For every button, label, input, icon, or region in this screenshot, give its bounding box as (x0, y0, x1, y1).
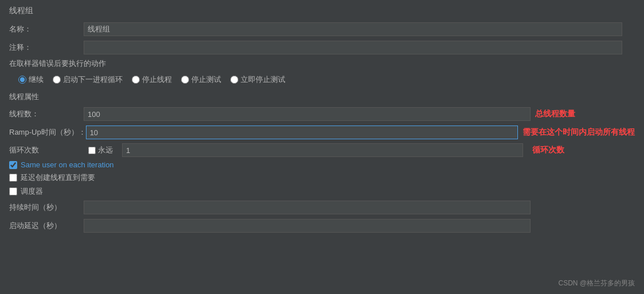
scheduler-row: 调度器 (9, 186, 635, 197)
rampup-annotation: 需要在这个时间内启动所有线程 (523, 127, 635, 138)
scheduler-label: 调度器 (21, 186, 43, 197)
same-user-row: Same user on each iteration (9, 160, 635, 169)
name-input[interactable] (84, 22, 622, 36)
panel-title: 线程组 (9, 6, 635, 16)
rampup-row: Ramp-Up时间（秒）： 需要在这个时间内启动所有线程 (9, 125, 635, 140)
radio-stop-now-input[interactable] (230, 76, 238, 84)
duration-label: 持续时间（秒） (9, 202, 84, 213)
loop-label: 循环次数 (9, 145, 84, 155)
radio-stop-test-input[interactable] (181, 76, 189, 84)
radio-stop-thread-label: 停止线程 (142, 75, 172, 85)
radio-stop-thread[interactable]: 停止线程 (132, 75, 172, 85)
action-label: 在取样器错误后要执行的动作 (9, 58, 635, 69)
scheduler-checkbox[interactable] (9, 187, 17, 195)
same-user-checkbox[interactable] (9, 161, 17, 169)
footer-brand: CSDN @格兰芬多的男孩 (558, 279, 635, 288)
rampup-input[interactable] (86, 126, 518, 139)
radio-options: 继续 启动下一进程循环 停止线程 停止测试 立即停止测试 (18, 75, 285, 85)
radio-next-loop-label: 启动下一进程循环 (63, 75, 123, 85)
duration-input[interactable] (84, 201, 531, 214)
radio-continue-label: 继续 (29, 75, 44, 85)
startup-delay-row: 启动延迟（秒） (9, 218, 635, 233)
startup-delay-label: 启动延迟（秒） (9, 221, 84, 231)
main-panel: 线程组 名称： 注释： 在取样器错误后要执行的动作 继续 启动下一进程循环 停止… (0, 0, 644, 242)
loop-count-row: 循环次数 永远 循环次数 (9, 143, 635, 157)
thread-count-label: 线程数： (9, 109, 84, 119)
radio-stop-now-label: 立即停止测试 (241, 75, 285, 85)
thread-count-annotation: 总线程数量 (535, 109, 575, 119)
startup-delay-input[interactable] (84, 219, 531, 233)
name-label: 名称： (9, 24, 84, 34)
name-row: 名称： (9, 22, 635, 37)
delay-create-label: 延迟创建线程直到需要 (21, 173, 95, 183)
comment-row: 注释： (9, 40, 635, 55)
radio-continue[interactable]: 继续 (18, 75, 44, 85)
rampup-label: Ramp-Up时间（秒）： (9, 127, 86, 138)
loop-count-input[interactable] (122, 143, 523, 157)
radio-next-loop-input[interactable] (53, 76, 61, 84)
radio-next-loop[interactable]: 启动下一进程循环 (53, 75, 123, 85)
thread-props-section: 线程属性 线程数： 总线程数量 Ramp-Up时间（秒）： 需要在这个时间内启动… (9, 92, 635, 233)
comment-label: 注释： (9, 42, 84, 53)
same-user-label: Same user on each iteration (21, 160, 114, 169)
thread-props-title: 线程属性 (9, 92, 635, 102)
duration-row: 持续时间（秒） (9, 200, 635, 215)
forever-check[interactable]: 永远 (88, 145, 113, 155)
comment-input[interactable] (84, 41, 622, 54)
radio-stop-test-label: 停止测试 (191, 75, 221, 85)
radio-stop-thread-input[interactable] (132, 76, 140, 84)
radio-stop-test[interactable]: 停止测试 (181, 75, 221, 85)
forever-label: 永远 (98, 145, 113, 155)
loop-annotation: 循环次数 (532, 145, 564, 155)
radio-continue-input[interactable] (18, 76, 26, 84)
delay-create-checkbox[interactable] (9, 174, 17, 182)
action-radio-group: 继续 启动下一进程循环 停止线程 停止测试 立即停止测试 (9, 72, 635, 87)
delay-create-row: 延迟创建线程直到需要 (9, 173, 635, 183)
radio-stop-now[interactable]: 立即停止测试 (230, 75, 285, 85)
thread-count-input[interactable] (84, 107, 531, 121)
thread-count-row: 线程数： 总线程数量 (9, 107, 635, 121)
forever-checkbox[interactable] (88, 147, 96, 154)
